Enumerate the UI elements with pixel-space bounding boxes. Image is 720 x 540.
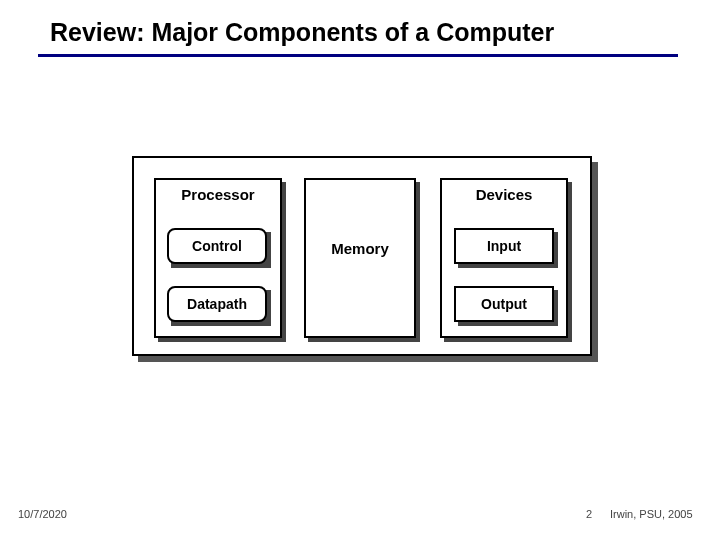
processor-label: Processor [154,186,282,203]
footer-page: 2 [586,508,592,520]
control-label: Control [192,238,242,254]
slide-title: Review: Major Components of a Computer [50,18,554,47]
footer-date: 10/7/2020 [18,508,67,520]
control-box: Control [167,228,267,264]
datapath-box: Datapath [167,286,267,322]
output-box: Output [454,286,554,322]
footer-credit: Irwin, PSU, 2005 [610,508,693,520]
title-underline [38,54,678,57]
memory-label: Memory [304,240,416,257]
input-label: Input [487,238,521,254]
devices-label: Devices [440,186,568,203]
datapath-label: Datapath [187,296,247,312]
input-box: Input [454,228,554,264]
slide: Review: Major Components of a Computer P… [0,0,720,540]
memory-box [304,178,416,338]
output-label: Output [481,296,527,312]
